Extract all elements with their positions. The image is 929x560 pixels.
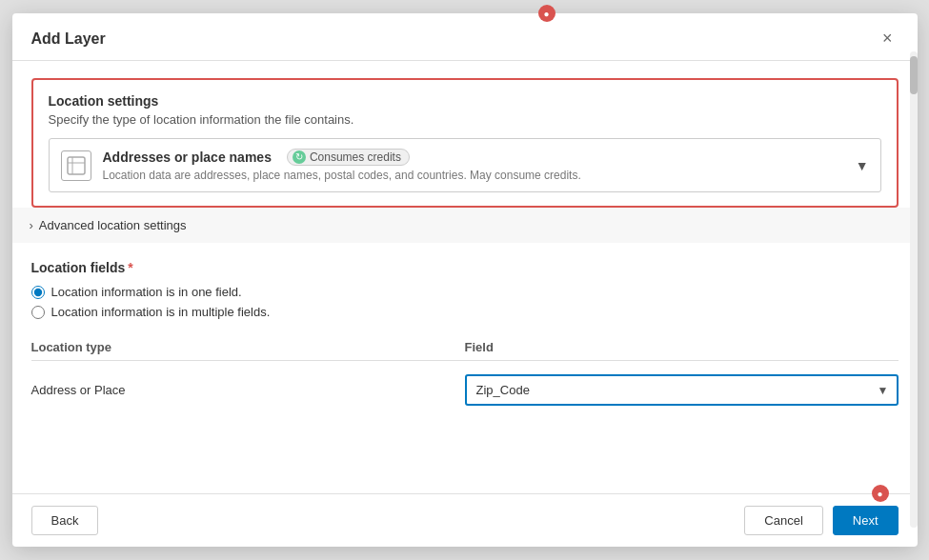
location-type-name: Addresses or place names bbox=[103, 150, 272, 165]
location-type-icon bbox=[61, 150, 91, 181]
credits-icon: ↻ bbox=[293, 150, 306, 164]
col-field: Field bbox=[465, 340, 899, 354]
advanced-section: › Advanced location settings bbox=[12, 208, 918, 243]
location-type-dropdown-arrow[interactable]: ▼ bbox=[856, 158, 869, 173]
location-settings-box: Location settings Specify the type of lo… bbox=[31, 78, 899, 208]
location-type-content: Addresses or place names ↻ Consumes cred… bbox=[103, 149, 869, 182]
location-settings-title: Location settings bbox=[49, 93, 881, 109]
required-star: * bbox=[128, 260, 132, 275]
scrollbar-track[interactable] bbox=[910, 51, 918, 528]
advanced-toggle-button[interactable]: › Advanced location settings bbox=[30, 218, 187, 232]
field-select-wrapper: Zip_Code Address City State Country ▼ bbox=[465, 374, 899, 406]
radio-group: Location information is in one field. Lo… bbox=[31, 285, 899, 319]
field-row-label: Address or Place bbox=[31, 383, 465, 397]
location-type-row[interactable]: Addresses or place names ↻ Consumes cred… bbox=[49, 138, 881, 192]
close-button[interactable]: × bbox=[877, 27, 899, 50]
scrollbar-thumb[interactable] bbox=[910, 56, 918, 94]
location-fields-title: Location fields* bbox=[31, 260, 899, 275]
dialog-header: Add Layer × bbox=[12, 13, 918, 61]
location-fields-section: Location fields* Location information is… bbox=[31, 243, 899, 411]
back-button[interactable]: Back bbox=[31, 506, 99, 535]
location-settings-subtitle: Specify the type of location information… bbox=[49, 112, 881, 127]
field-select[interactable]: Zip_Code Address City State Country bbox=[465, 374, 899, 406]
field-table-row: Address or Place Zip_Code Address City S… bbox=[31, 369, 899, 411]
dialog-title: Add Layer bbox=[31, 30, 106, 48]
advanced-label: Advanced location settings bbox=[39, 218, 187, 232]
dialog-body: Location settings Specify the type of lo… bbox=[12, 61, 918, 476]
radio-multiple-fields[interactable] bbox=[31, 306, 45, 319]
radio-multiple-fields-text: Location information is in multiple fiel… bbox=[51, 305, 271, 319]
credits-badge: ↻ Consumes credits bbox=[287, 149, 410, 166]
dialog-footer: Back Cancel ● Next bbox=[12, 493, 918, 547]
col-location-type: Location type bbox=[31, 340, 465, 354]
top-indicator: ● bbox=[538, 5, 555, 22]
cancel-button[interactable]: Cancel bbox=[744, 506, 822, 535]
next-indicator: ● bbox=[872, 485, 889, 502]
location-type-desc: Location data are addresses, place names… bbox=[103, 169, 869, 182]
credits-label: Consumes credits bbox=[310, 150, 401, 164]
field-table-header: Location type Field bbox=[31, 334, 899, 361]
add-layer-dialog: ● Add Layer × Location settings Specify … bbox=[12, 13, 918, 547]
radio-one-field-label[interactable]: Location information is in one field. bbox=[31, 285, 899, 299]
radio-one-field[interactable] bbox=[31, 286, 45, 299]
radio-multiple-fields-label[interactable]: Location information is in multiple fiel… bbox=[31, 305, 899, 319]
svg-rect-0 bbox=[68, 157, 85, 174]
next-button-area: ● Next bbox=[833, 506, 899, 535]
advanced-chevron-icon: › bbox=[30, 218, 33, 232]
footer-right: Cancel ● Next bbox=[744, 506, 898, 535]
next-button[interactable]: Next bbox=[833, 506, 899, 535]
radio-one-field-text: Location information is in one field. bbox=[51, 285, 242, 299]
